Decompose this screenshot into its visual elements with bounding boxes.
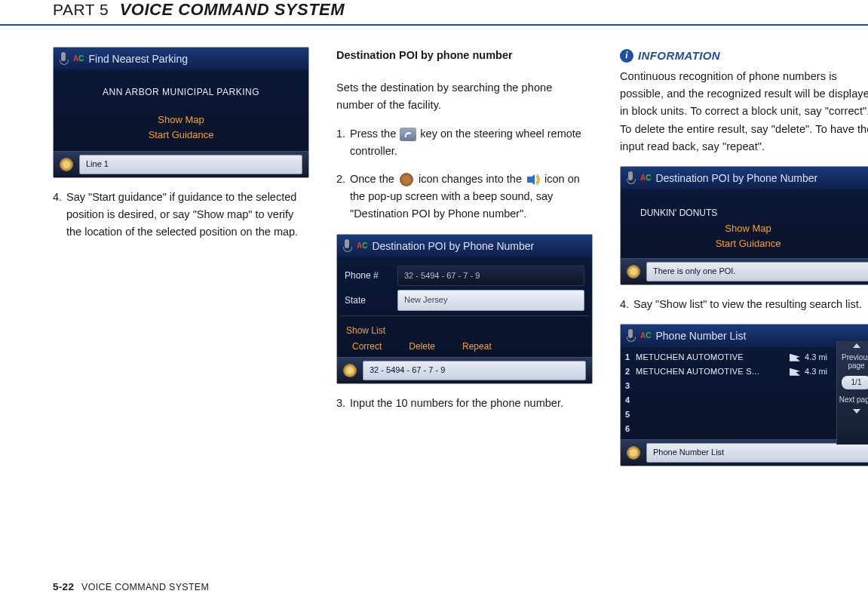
step-number: 4. xyxy=(53,189,66,241)
screenshot-footer: There is only one POI. xyxy=(621,258,868,285)
step-text: Say "Show list" to view the resulting se… xyxy=(633,296,868,313)
screenshot-poi-result: AC Destination POI by Phone Number DUNKI… xyxy=(620,166,868,285)
screenshot-phone-number-list: AC Phone Number List 1 METUCHEN AUTOMOTI… xyxy=(620,324,868,466)
screenshot-body: ANN ARBOR MUNICIPAL PARKING Show Map Sta… xyxy=(54,70,308,151)
state-field[interactable]: New Jersey xyxy=(397,290,584,311)
divider xyxy=(340,315,589,316)
mic-icon xyxy=(625,171,636,185)
next-page-button[interactable]: Next page xyxy=(837,392,868,407)
flag-icon xyxy=(790,354,800,361)
column-3: i INFORMATION Continuous recognition of … xyxy=(620,47,868,477)
screenshot-body: DUNKIN' DONUTS Show Map Start Guidance xyxy=(621,189,868,258)
list-body: 1 METUCHEN AUTOMOTIVE 4.3 mi 2 METUCHEN … xyxy=(621,347,868,439)
screenshot-body: Phone # 32 - 5494 - 67 - 7 - 9 State New… xyxy=(337,257,592,358)
list-item[interactable]: 3 xyxy=(621,379,835,393)
column-2: Destination POI by phone number Sets the… xyxy=(336,47,593,477)
dial-icon xyxy=(343,364,357,377)
screenshot-footer: Phone Number List xyxy=(621,439,868,466)
section-heading: Destination POI by phone number xyxy=(336,47,593,64)
phone-field[interactable]: 32 - 5494 - 67 - 7 - 9 xyxy=(397,266,584,287)
information-label: INFORMATION xyxy=(638,47,720,65)
screenshot-title: Find Nearest Parking xyxy=(88,51,188,67)
arrow-down-icon[interactable] xyxy=(853,409,860,414)
footer-section: VOICE COMMAND SYSTEM xyxy=(81,582,209,592)
cmd-delete[interactable]: Delete xyxy=(409,340,435,354)
step-number: 3. xyxy=(336,395,350,412)
command-block: Show List Correct Delete Repeat xyxy=(340,321,589,355)
list-item[interactable]: 4 xyxy=(621,393,835,408)
page-title: VOICE COMMAND SYSTEM xyxy=(120,0,345,20)
list-item[interactable]: 1 METUCHEN AUTOMOTIVE 4.3 mi xyxy=(621,350,835,365)
mic-icon xyxy=(625,329,636,343)
content-columns: AC Find Nearest Parking ANN ARBOR MUNICI… xyxy=(0,47,868,477)
speak-icon xyxy=(526,173,541,186)
status-chip: Line 1 xyxy=(79,155,302,174)
ac-icon: AC xyxy=(640,172,651,184)
phone-row: Phone # 32 - 5494 - 67 - 7 - 9 xyxy=(345,266,584,287)
screenshot-footer: 32 - 5494 - 67 - 7 - 9 xyxy=(337,357,592,383)
option-start-guidance[interactable]: Start Guidance xyxy=(621,236,868,252)
step-number: 4. xyxy=(620,296,633,313)
screenshot-title-bar: AC Find Nearest Parking xyxy=(54,48,308,70)
option-show-map[interactable]: Show Map xyxy=(621,221,868,237)
prev-page-button[interactable]: Previous page xyxy=(837,350,868,373)
state-row: State New Jersey xyxy=(345,290,584,311)
step-text: Input the 10 numbers for the phone numbe… xyxy=(350,395,593,412)
step-number: 1. xyxy=(336,125,350,160)
list-item[interactable]: 6 xyxy=(621,422,835,436)
screenshot-title: Phone Number List xyxy=(655,328,746,344)
page-indicator: 1/1 xyxy=(842,376,868,389)
ac-icon: AC xyxy=(73,53,84,65)
step-1: 1. Press the key on the steering wheel r… xyxy=(336,125,593,160)
page-number: 5-22 xyxy=(53,581,74,592)
information-body: Continuous recognition of phone numbers … xyxy=(620,68,868,155)
poi-name: ANN ARBOR MUNICIPAL PARKING xyxy=(54,85,308,100)
screenshot-poi-phone-entry: AC Destination POI by Phone Number Phone… xyxy=(336,234,593,385)
screenshot-title: Destination POI by Phone Number xyxy=(655,170,817,186)
step-4: 4. Say "Start guidance" if guidance to t… xyxy=(53,189,309,241)
state-label: State xyxy=(345,294,393,308)
list-item[interactable]: 5 xyxy=(621,408,835,422)
step-2: 2. Once the icon changes into the icon o… xyxy=(336,171,593,223)
step-text: Say "Start guidance" if guidance to the … xyxy=(66,189,309,241)
mic-icon xyxy=(58,52,69,66)
info-icon: i xyxy=(620,49,633,63)
step-text: Press the key on the steering wheel remo… xyxy=(350,125,593,160)
status-chip: 32 - 5494 - 67 - 7 - 9 xyxy=(363,361,586,380)
list-item[interactable]: 2 METUCHEN AUTOMOTIVE S... 4.3 mi xyxy=(621,365,835,379)
screenshot-title-bar: AC Phone Number List xyxy=(621,325,868,347)
intro-text: Sets the destination by searching the ph… xyxy=(336,79,593,114)
flag-icon xyxy=(790,368,800,376)
dial-icon xyxy=(60,158,73,171)
dial-icon xyxy=(627,265,640,278)
arrow-up-icon[interactable] xyxy=(853,343,860,348)
mic-icon xyxy=(342,239,352,253)
option-start-guidance[interactable]: Start Guidance xyxy=(54,128,308,143)
step-4: 4. Say "Show list" to view the resulting… xyxy=(620,296,868,313)
page-footer: 5-22 VOICE COMMAND SYSTEM xyxy=(53,581,209,592)
part-label: PART 5 xyxy=(53,1,109,19)
screenshot-title-bar: AC Destination POI by Phone Number xyxy=(337,235,592,257)
cmd-correct[interactable]: Correct xyxy=(352,340,382,354)
step-number: 2. xyxy=(336,171,350,223)
voice-key-icon xyxy=(400,128,416,141)
dial-icon xyxy=(627,446,640,460)
column-1: AC Find Nearest Parking ANN ARBOR MUNICI… xyxy=(53,47,309,477)
pager: Previous page 1/1 Next page xyxy=(836,341,868,445)
step-text: Once the icon changes into the icon on t… xyxy=(350,171,593,223)
status-chip: Phone Number List xyxy=(646,443,868,463)
cmd-repeat[interactable]: Repeat xyxy=(462,340,492,354)
option-show-map[interactable]: Show Map xyxy=(54,112,308,128)
ac-icon: AC xyxy=(640,330,651,342)
poi-name: DUNKIN' DONUTS xyxy=(621,206,868,220)
phone-label: Phone # xyxy=(345,269,393,283)
screenshot-find-parking: AC Find Nearest Parking ANN ARBOR MUNICI… xyxy=(53,47,309,178)
step-3: 3. Input the 10 numbers for the phone nu… xyxy=(336,395,593,412)
ac-icon: AC xyxy=(357,240,367,252)
screenshot-footer: Line 1 xyxy=(54,151,308,177)
information-header: i INFORMATION xyxy=(620,47,868,65)
page-header: PART 5 VOICE COMMAND SYSTEM xyxy=(0,0,868,26)
cmd-show-list[interactable]: Show List xyxy=(346,324,583,338)
screenshot-title: Destination POI by Phone Number xyxy=(372,238,534,254)
steering-wheel-icon xyxy=(398,173,415,186)
